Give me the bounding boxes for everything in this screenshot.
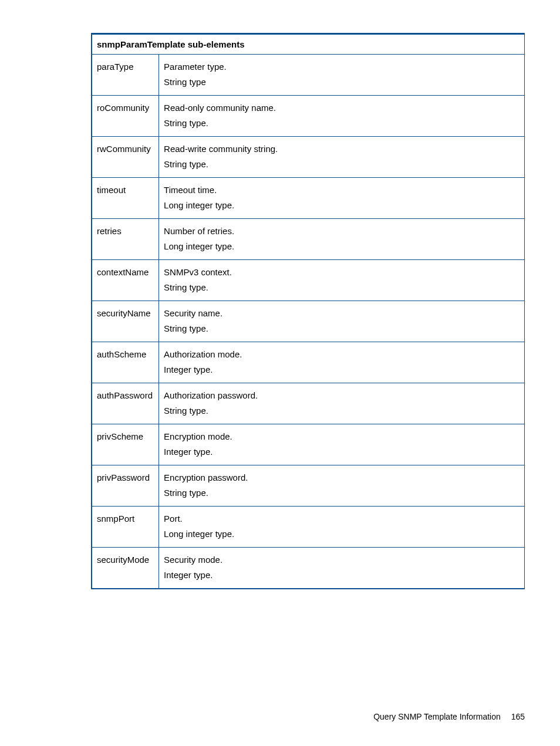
- element-desc-line2: Long integer type.: [164, 239, 518, 254]
- element-name-cell: securityMode: [92, 548, 159, 589]
- element-desc-line1: Read-only community name.: [164, 100, 518, 116]
- element-desc-line2: String type: [164, 75, 518, 90]
- element-desc-cell: Authorization password.String type.: [159, 383, 525, 424]
- element-desc-line2: Integer type.: [164, 568, 518, 583]
- table-row: authPasswordAuthorization password.Strin…: [92, 383, 525, 424]
- element-desc-line2: Long integer type.: [164, 526, 518, 542]
- table-row: retriesNumber of retries.Long integer ty…: [92, 219, 525, 260]
- element-desc-line2: String type.: [164, 116, 518, 131]
- table-row: authSchemeAuthorization mode.Integer typ…: [92, 342, 525, 383]
- element-name-cell: snmpPort: [92, 507, 159, 548]
- table-row: securityNameSecurity name.String type.: [92, 301, 525, 342]
- subelements-table: snmpParamTemplate sub-elements paraTypeP…: [91, 33, 525, 589]
- element-name-cell: retries: [92, 219, 159, 260]
- table-row: privPasswordEncryption password.String t…: [92, 465, 525, 507]
- element-desc-cell: Encryption mode.Integer type.: [159, 424, 525, 465]
- element-desc-cell: Encryption password.String type.: [159, 465, 525, 507]
- element-name-cell: authScheme: [92, 342, 159, 383]
- element-desc-cell: Read-only community name.String type.: [159, 96, 525, 137]
- element-desc-line2: Integer type.: [164, 444, 518, 460]
- table-row: timeoutTimeout time.Long integer type.: [92, 178, 525, 219]
- element-desc-line1: Encryption password.: [164, 470, 518, 485]
- page-number: 165: [511, 712, 525, 721]
- table-row: paraTypeParameter type.String type: [92, 55, 525, 96]
- element-name-cell: contextName: [92, 260, 159, 301]
- element-desc-line1: Number of retries.: [164, 224, 518, 239]
- element-desc-line1: Parameter type.: [164, 59, 518, 75]
- element-desc-cell: Authorization mode.Integer type.: [159, 342, 525, 383]
- element-name-cell: privPassword: [92, 465, 159, 507]
- element-desc-cell: Timeout time.Long integer type.: [159, 178, 525, 219]
- table-row: rwCommunityRead-write community string.S…: [92, 137, 525, 178]
- element-name-cell: rwCommunity: [92, 137, 159, 178]
- document-page: snmpParamTemplate sub-elements paraTypeP…: [0, 0, 560, 589]
- element-desc-line1: Security mode.: [164, 552, 518, 568]
- table-row: securityModeSecurity mode.Integer type.: [92, 548, 525, 589]
- element-desc-line1: SNMPv3 context.: [164, 265, 518, 280]
- element-name-cell: roCommunity: [92, 96, 159, 137]
- table-row: snmpPortPort.Long integer type.: [92, 507, 525, 548]
- element-desc-cell: Port.Long integer type.: [159, 507, 525, 548]
- footer-title: Query SNMP Template Information: [373, 712, 501, 721]
- element-name-cell: timeout: [92, 178, 159, 219]
- element-desc-cell: Parameter type.String type: [159, 55, 525, 96]
- element-name-cell: privScheme: [92, 424, 159, 465]
- element-desc-line1: Authorization password.: [164, 388, 518, 403]
- element-desc-line1: Timeout time.: [164, 183, 518, 198]
- element-desc-line2: Integer type.: [164, 362, 518, 377]
- element-desc-cell: Security mode.Integer type.: [159, 548, 525, 589]
- table-row: privSchemeEncryption mode.Integer type.: [92, 424, 525, 465]
- element-desc-line1: Authorization mode.: [164, 347, 518, 362]
- element-desc-cell: Read-write community string.String type.: [159, 137, 525, 178]
- element-desc-line2: String type.: [164, 321, 518, 336]
- table-row: contextNameSNMPv3 context.String type.: [92, 260, 525, 301]
- element-desc-cell: SNMPv3 context.String type.: [159, 260, 525, 301]
- element-desc-line1: Port.: [164, 511, 518, 526]
- element-name-cell: paraType: [92, 55, 159, 96]
- element-desc-cell: Security name.String type.: [159, 301, 525, 342]
- table-row: roCommunityRead-only community name.Stri…: [92, 96, 525, 137]
- element-desc-line2: String type.: [164, 403, 518, 418]
- page-footer: Query SNMP Template Information 165: [373, 712, 525, 721]
- element-desc-line1: Read-write community string.: [164, 141, 518, 157]
- element-desc-line2: Long integer type.: [164, 198, 518, 213]
- element-desc-line2: String type.: [164, 157, 518, 172]
- element-desc-line2: String type.: [164, 485, 518, 501]
- table-header: snmpParamTemplate sub-elements: [92, 34, 525, 55]
- element-desc-line1: Encryption mode.: [164, 429, 518, 444]
- element-name-cell: authPassword: [92, 383, 159, 424]
- element-desc-line2: String type.: [164, 280, 518, 295]
- element-name-cell: securityName: [92, 301, 159, 342]
- element-desc-line1: Security name.: [164, 306, 518, 321]
- element-desc-cell: Number of retries.Long integer type.: [159, 219, 525, 260]
